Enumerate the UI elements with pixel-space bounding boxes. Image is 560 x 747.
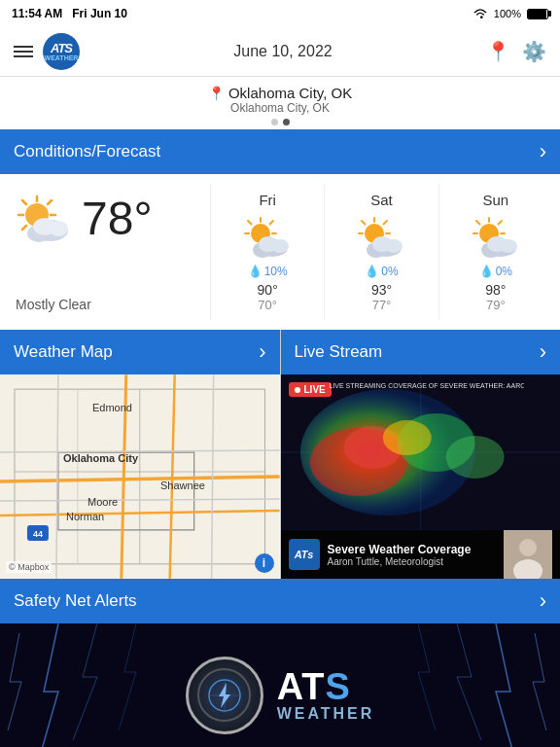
ats-name-sub: WEATHER — [277, 705, 375, 723]
weather-map-label: Weather Map — [14, 342, 113, 362]
live-stream-label: Live Stream — [295, 342, 383, 362]
city-norman: Norman — [66, 511, 104, 522]
svg-line-30 — [362, 221, 366, 225]
ats-circle — [186, 657, 263, 734]
stream-bottom: ATs Severe Weather Coverage Aaron Tuttle… — [281, 530, 561, 579]
svg-line-18 — [248, 221, 252, 225]
settings-icon[interactable]: ⚙️ — [522, 40, 546, 63]
svg-point-24 — [271, 239, 289, 253]
dot-1 — [271, 119, 278, 125]
current-weather-icon — [16, 192, 74, 245]
svg-point-35 — [385, 239, 402, 253]
status-time: 11:54 AM — [12, 7, 62, 20]
map-area[interactable]: 44 Edmond Oklahoma City Moore Norman Sha… — [0, 374, 280, 579]
forecast-lo-0: 70° — [258, 298, 277, 312]
forecast-lo-2: 79° — [486, 298, 506, 312]
logo-text: ATS — [45, 42, 79, 54]
status-right: 100% — [472, 8, 548, 19]
weather-map-chevron: › — [259, 339, 265, 365]
livestream-area[interactable]: LIVE LIVE STREAMING COVERAGE OF SEVERE W… — [281, 374, 561, 579]
conditions-block: 78° Mostly Clear Fri — [0, 174, 560, 330]
status-bar: 11:54 AM Fri Jun 10 100% — [0, 0, 560, 27]
conditions-label: Conditions/Forecast — [14, 142, 160, 161]
svg-point-64 — [519, 539, 537, 556]
stream-title: Severe Weather Coverage — [328, 543, 497, 556]
ats-name-top: ATS — [277, 668, 375, 705]
svg-point-46 — [500, 239, 517, 253]
status-date: Fri Jun 10 — [72, 7, 127, 20]
current-temp: 78° — [82, 192, 153, 245]
ats-name: ATS WEATHER — [277, 668, 375, 723]
weather-map-header[interactable]: Weather Map › — [0, 330, 280, 374]
forecast-day-2: Sun 💧 0% 9 — [439, 184, 552, 320]
app-header: ATS WEATHER June 10, 2022 📍 ⚙️ — [0, 27, 560, 77]
ats-logo-small: ATs — [289, 539, 320, 570]
svg-line-42 — [498, 221, 502, 225]
forecast-icon-2 — [472, 214, 520, 261]
forecast-precip-2: 💧 0% — [479, 265, 512, 278]
battery-icon — [527, 9, 548, 19]
menu-button[interactable] — [14, 46, 33, 57]
svg-line-5 — [22, 200, 26, 204]
safety-content: ATS WEATHER SEVERE WEATHER MOBILE ALERTS — [81, 657, 479, 748]
ats-circle-inner — [197, 668, 251, 722]
svg-line-7 — [48, 200, 52, 204]
current-weather: 78° Mostly Clear — [8, 184, 202, 320]
dot-2 — [283, 119, 290, 125]
forecast-icon-1 — [357, 214, 405, 261]
current-desc: Mostly Clear — [16, 289, 194, 312]
live-stream-chevron: › — [540, 339, 546, 365]
city-moore: Moore — [88, 496, 118, 508]
forecast-lo-1: 77° — [372, 298, 392, 312]
location-dots — [4, 119, 556, 125]
severe-weather-text: SEVERE WEATHER MOBILE ALERTS — [81, 744, 479, 748]
svg-point-12 — [49, 221, 68, 236]
radar-svg — [281, 374, 561, 530]
weather-map-col: Weather Map › — [0, 330, 281, 579]
svg-point-62 — [382, 420, 431, 455]
forecast-days: Fri 💧 10% — [210, 184, 552, 320]
ats-lightning-svg — [207, 678, 242, 713]
city-edmond: Edmond — [92, 402, 132, 413]
svg-line-8 — [22, 226, 26, 230]
stream-sub: Aaron Tuttle, Meteorologist — [328, 556, 497, 567]
conditions-section-header[interactable]: Conditions/Forecast › — [0, 129, 560, 174]
location-name: 📍 Oklahoma City, OK — [4, 85, 556, 101]
location-bar: 📍 Oklahoma City, OK Oklahoma City, OK — [0, 77, 560, 129]
forecast-day-1: Sat 💧 0% 9 — [325, 184, 438, 320]
conditions-chevron: › — [540, 139, 546, 164]
svg-line-31 — [384, 221, 388, 225]
live-stream-col: Live Stream › — [281, 330, 561, 579]
forecast-day-0: Fri 💧 10% — [211, 184, 325, 320]
forecast-hi-1: 93° — [371, 282, 392, 298]
live-stream-header[interactable]: Live Stream › — [281, 330, 561, 374]
safety-net-header[interactable]: Safety Net Alerts › — [0, 579, 560, 623]
two-col-section: Weather Map › — [0, 330, 560, 579]
svg-line-20 — [270, 221, 274, 225]
forecast-hi-2: 98° — [485, 282, 506, 298]
svg-point-61 — [445, 436, 504, 479]
header-right: 📍 ⚙️ — [486, 40, 546, 63]
live-top-text: LIVE STREAMING COVERAGE OF SEVERE WEATHE… — [330, 382, 524, 389]
battery-percent: 100% — [494, 8, 521, 19]
mapbox-credit: © Mapbox — [6, 561, 52, 573]
forecast-precip-0: 💧 10% — [248, 265, 288, 278]
live-dot — [295, 387, 300, 393]
location-sub: Oklahoma City, OK — [4, 101, 556, 115]
map-info-button[interactable]: i — [255, 553, 274, 573]
forecast-hi-0: 90° — [258, 282, 278, 298]
stream-info: Severe Weather Coverage Aaron Tuttle, Me… — [328, 543, 497, 567]
city-shawnee: Shawnee — [160, 480, 205, 491]
forecast-day-2-name: Sun — [482, 192, 508, 208]
safety-net-chevron: › — [540, 588, 546, 614]
forecast-precip-1: 💧 0% — [365, 265, 398, 278]
forecast-icon-0 — [243, 214, 292, 261]
city-okc: Oklahoma City — [63, 452, 138, 464]
svg-line-41 — [476, 221, 480, 225]
header-date: June 10, 2022 — [233, 43, 332, 60]
location-pin-icon[interactable]: 📍 — [486, 40, 510, 63]
logo-sub: WEATHER — [45, 54, 79, 61]
map-svg: 44 — [0, 374, 280, 579]
header-left: ATS WEATHER — [14, 33, 80, 70]
wifi-icon — [472, 8, 488, 19]
